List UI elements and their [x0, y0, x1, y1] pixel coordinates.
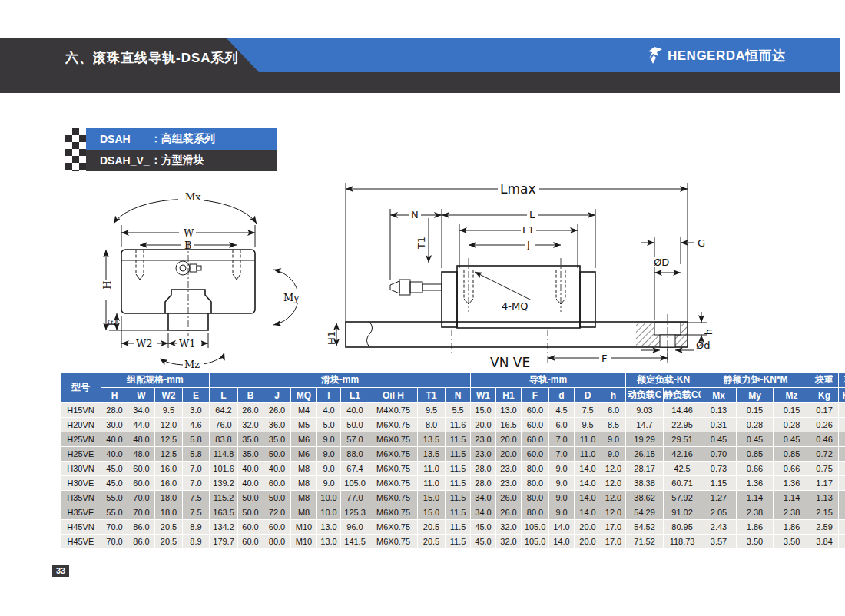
catalog-page: 六、滚珠直线导轨-DSA系列 HENGERDA恒而达 DSAH_ ：高组装系列 …	[0, 0, 845, 616]
series-code: DSAH_	[100, 133, 151, 145]
series-desc: ：高组装系列	[151, 132, 215, 146]
value-cell: 2.43	[701, 520, 736, 534]
value-cell: 70.0	[101, 535, 128, 548]
value-cell: 38.38	[626, 476, 663, 490]
dim-label-mx: Mx	[185, 191, 201, 203]
value-cell: 9.0	[317, 462, 340, 475]
table-group-row: 型号组配规格-mm滑块-mm导轨-mm额定负载-KN静额力矩-KN*M块重轨重	[61, 373, 845, 387]
dim-label-my: My	[283, 292, 300, 303]
value-cell: 3.57	[701, 535, 736, 548]
value-cell: 3.04	[839, 432, 845, 446]
value-cell: M8	[291, 505, 316, 519]
column-header: W2	[155, 388, 182, 402]
value-cell: 11.5	[446, 491, 470, 505]
value-cell: 14.0	[575, 462, 601, 475]
value-cell: 60.71	[664, 476, 701, 490]
value-cell: 60.0	[128, 476, 154, 490]
value-cell: 70.0	[128, 491, 154, 505]
value-cell: 26.0	[238, 403, 263, 417]
series-code: DSAH_V_	[100, 154, 151, 167]
value-cell: 9.0	[601, 432, 625, 446]
model-cell: H20VN	[61, 418, 101, 432]
model-cell: H15VN	[61, 403, 101, 417]
series-label-high-assembly: DSAH_ ：高组装系列	[86, 128, 277, 150]
value-cell: 11.5	[446, 432, 470, 446]
value-cell: 11.0	[418, 462, 445, 475]
spec-table: 型号组配规格-mm滑块-mm导轨-mm额定负载-KN静额力矩-KN*M块重轨重 …	[60, 372, 845, 549]
dim-label-l1: L1	[522, 224, 535, 236]
value-cell: 0.45	[701, 432, 736, 446]
value-cell: 0.72	[810, 447, 838, 461]
value-cell: 76.0	[210, 418, 237, 432]
column-group-header: 滑块-mm	[210, 373, 470, 387]
value-cell: 13.0	[317, 535, 340, 548]
value-cell: 50.0	[238, 505, 263, 519]
value-cell: 5.0	[317, 418, 340, 432]
value-cell: 28.0	[101, 403, 128, 417]
value-cell: 54.52	[626, 520, 663, 534]
value-cell: 77.0	[341, 491, 369, 505]
value-cell: 9.0	[317, 447, 340, 461]
value-cell: 83.8	[210, 432, 237, 446]
value-cell: 28.0	[471, 476, 495, 490]
brand-name: HENGERDA恒而达	[668, 47, 786, 65]
checker-decoration	[65, 128, 86, 171]
table-head: 型号组配规格-mm滑块-mm导轨-mm额定负载-KN静额力矩-KN*M块重轨重 …	[61, 373, 845, 402]
value-cell: 26.0	[263, 403, 290, 417]
value-cell: 60.0	[238, 520, 263, 534]
value-cell: 15.0	[471, 403, 495, 417]
table-row: H30VN45.060.016.07.0101.640.040.0M89.067…	[61, 462, 845, 475]
value-cell: 2.05	[701, 505, 736, 519]
value-cell: 35.0	[238, 432, 263, 446]
value-cell: 34.0	[471, 505, 495, 519]
value-cell: 12.5	[155, 432, 182, 446]
value-cell: 163.5	[210, 505, 237, 519]
dim-label-n: N	[411, 209, 419, 220]
value-cell: 11.0	[418, 476, 445, 490]
column-header: B	[238, 388, 263, 402]
value-cell: 1.17	[810, 476, 838, 490]
value-cell: 50.0	[263, 491, 290, 505]
value-cell: 50.0	[341, 418, 369, 432]
value-cell: M6X0.75	[369, 505, 417, 519]
value-cell: 26.0	[496, 505, 521, 519]
value-cell: 30.0	[101, 418, 128, 432]
value-cell: 134.2	[210, 520, 237, 534]
value-cell: 1.15	[701, 476, 736, 490]
value-cell: 0.17	[810, 403, 838, 417]
value-cell: 9.5	[418, 403, 445, 417]
value-cell: 23.0	[471, 432, 495, 446]
value-cell: 9.03	[626, 403, 663, 417]
value-cell: 19.29	[626, 432, 663, 446]
value-cell: 50.0	[263, 447, 290, 461]
model-cell: H30VE	[61, 476, 101, 490]
value-cell: M6X0.75	[369, 491, 417, 505]
value-cell: M8	[291, 476, 316, 490]
value-cell: M10	[291, 520, 316, 534]
value-cell: 14.0	[549, 520, 574, 534]
value-cell: 86.0	[128, 535, 154, 548]
value-cell: 91.02	[664, 505, 701, 519]
value-cell: 20.0	[496, 432, 521, 446]
value-cell: 5.8	[183, 447, 209, 461]
value-cell: 7.0	[183, 476, 209, 490]
column-header: Mx	[701, 388, 736, 402]
column-group-header: 额定负载-KN	[626, 373, 701, 387]
value-cell: 42.5	[664, 462, 701, 475]
value-cell: 18.0	[155, 491, 182, 505]
value-cell: 0.70	[701, 447, 736, 461]
value-cell: 20.5	[418, 535, 445, 548]
table-row: H45VE70.086.020.58.9179.760.080.0M1013.0…	[61, 535, 845, 548]
value-cell: 14.0	[575, 476, 601, 490]
value-cell: 141.5	[341, 535, 369, 548]
value-cell: M5	[291, 418, 316, 432]
value-cell: 0.13	[701, 403, 736, 417]
value-cell: 11.5	[446, 535, 470, 548]
value-cell: 115.2	[210, 491, 237, 505]
value-cell: 28.0	[471, 462, 495, 475]
value-cell: 23.0	[496, 462, 521, 475]
value-cell: 3.50	[774, 535, 810, 548]
value-cell: 0.28	[774, 418, 810, 432]
value-cell: 9.75	[839, 520, 845, 534]
value-cell: 118.73	[664, 535, 701, 548]
